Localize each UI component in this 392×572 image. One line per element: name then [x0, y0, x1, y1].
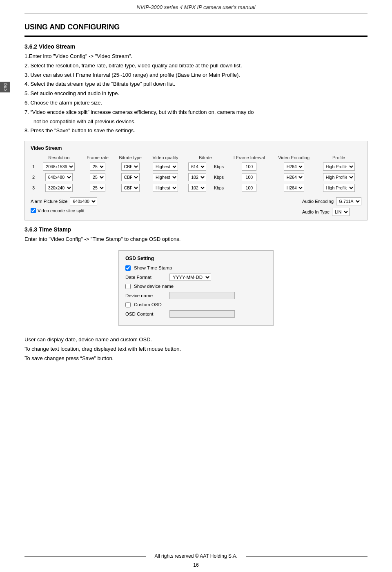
profile-select[interactable]: High Profile	[323, 173, 355, 181]
row-videoenc: H264	[272, 183, 316, 193]
slice-split-wrap: Video encode slice split	[31, 208, 97, 213]
vs-right: Audio Encoding G.711A Audio In Type LIN	[302, 197, 361, 216]
footer-area: All rights reserved © AAT Holding S.A. 1…	[0, 553, 392, 568]
page-number: 16	[24, 562, 368, 568]
bitrate-select[interactable]: 1024	[188, 173, 206, 181]
footer-line-left	[24, 556, 146, 556]
framerate-select[interactable]: 25	[90, 162, 105, 171]
audio-encoding-select[interactable]: G.711A	[336, 197, 361, 205]
vs-bottom-row: Alarm Picture Size 640x480 Video encode …	[31, 197, 361, 216]
table-row: 1 2048x1536 25 CBR Highest	[31, 161, 361, 172]
footer-text-3: To save changes press “Save” button.	[24, 354, 368, 363]
iframe-input[interactable]	[242, 184, 256, 192]
videoenc-select[interactable]: H264	[284, 184, 304, 192]
footer-text-1: User can display date, device name and c…	[24, 336, 368, 344]
col-bitrate: Bitrate	[184, 154, 227, 161]
step-5: 5. Set audio encoding and audio in type.	[24, 89, 368, 98]
resolution-select[interactable]: 2048x1536	[43, 162, 75, 171]
date-format-label: Date Format	[125, 275, 166, 280]
step-1: 1.Enter into "Video Config" -> "Video St…	[24, 52, 368, 61]
show-device-name-label: Show device name	[134, 284, 174, 289]
bitrate-select[interactable]: 6144	[188, 162, 206, 171]
footer-copyright: All rights reserved © AAT Holding S.A.	[154, 553, 237, 559]
row-framerate: 25	[82, 172, 114, 183]
col-profile: Profile	[316, 154, 361, 161]
osd-content-row: OSD Content	[125, 310, 267, 318]
row-iframe	[227, 183, 272, 193]
osd-setting-box: OSD Setting Show Time Stamp Date Format …	[118, 250, 274, 326]
row-bitrate-val: 1024	[184, 183, 211, 193]
device-name-input[interactable]: NOVUS IP CAMERA	[169, 292, 235, 299]
row-videoquality: Highest	[147, 183, 184, 193]
videoenc-select[interactable]: H264	[284, 162, 304, 171]
resolution-select[interactable]: 640x480	[45, 173, 73, 181]
row-iframe	[227, 172, 272, 183]
show-device-name-row: Show device name	[125, 284, 267, 289]
slice-split-label: Video encode slice split	[38, 208, 85, 213]
device-name-label: Device name	[125, 293, 166, 298]
footer-text-2: To change text location, drag displayed …	[24, 345, 368, 354]
col-videoquality: Video quality	[147, 154, 184, 161]
audio-in-type-field: Audio In Type LIN	[302, 208, 361, 216]
audio-encoding-field: Audio Encoding G.711A	[302, 197, 361, 205]
osd-content-label: OSD Content	[125, 312, 166, 316]
row-videoquality: Highest	[147, 172, 184, 183]
row-bitrate-val: 1024	[184, 172, 211, 183]
videoquality-select[interactable]: Highest	[153, 162, 178, 171]
row-videoenc: H264	[272, 161, 316, 172]
step-7-cont: not be compatible with all previous devi…	[33, 118, 368, 126]
date-format-select[interactable]: YYYY-MM-DD	[169, 274, 211, 281]
row-framerate: 25	[82, 183, 114, 193]
bitratetype-select[interactable]: CBR	[121, 184, 140, 192]
slice-split-checkbox[interactable]	[31, 208, 36, 213]
audio-in-type-select[interactable]: LIN	[332, 208, 350, 216]
custom-osd-label: Custom OSD	[134, 302, 162, 307]
lang-tab: eng	[0, 82, 10, 92]
bitratetype-select[interactable]: CBR	[121, 173, 140, 181]
alarm-picture-size-select[interactable]: 640x480	[70, 197, 97, 205]
framerate-select[interactable]: 25	[90, 173, 105, 181]
row-profile: High Profile	[316, 172, 361, 183]
row-resolution: 640x480	[36, 172, 82, 183]
row-resolution: 320x240	[36, 183, 82, 193]
framerate-select[interactable]: 25	[90, 184, 105, 192]
step-6: 6. Choose the alarm picture size.	[24, 99, 368, 107]
row-num: 1	[31, 161, 36, 172]
subsection-363-intro: Enter into "Video Config" -> "Time Stamp…	[24, 235, 368, 244]
bitrate-select[interactable]: 1024	[188, 184, 206, 192]
row-bitratetype: CBR	[114, 172, 147, 183]
resolution-select[interactable]: 320x240	[45, 184, 73, 192]
row-videoquality: Highest	[147, 161, 184, 172]
row-profile: High Profile	[316, 161, 361, 172]
row-profile: High Profile	[316, 183, 361, 193]
row-bitrate-unit: Kbps	[211, 161, 227, 172]
row-framerate: 25	[82, 161, 114, 172]
profile-select[interactable]: High Profile	[323, 184, 355, 192]
page-header: NVIP-3000 series 4 MPX IP camera user's …	[24, 0, 368, 14]
audio-in-type-label: Audio In Type	[302, 209, 330, 214]
videoquality-select[interactable]: Highest	[153, 184, 178, 192]
iframe-input[interactable]	[242, 162, 256, 171]
col-bitratetype: Bitrate type	[114, 154, 147, 161]
videoquality-select[interactable]: Highest	[153, 173, 178, 181]
show-device-name-checkbox[interactable]	[125, 284, 131, 289]
step-3: 3. User can also set I Frame Interval (2…	[24, 71, 368, 80]
videoenc-select[interactable]: H264	[284, 173, 304, 181]
show-time-stamp-checkbox[interactable]	[125, 265, 131, 271]
video-stream-box-title: Video Stream	[31, 145, 361, 151]
row-bitrate-val: 6144	[184, 161, 211, 172]
custom-osd-checkbox[interactable]	[125, 302, 131, 307]
row-iframe	[227, 161, 272, 172]
table-row: 3 320x240 25 CBR Highest	[31, 183, 361, 193]
profile-select[interactable]: High Profile	[323, 162, 355, 171]
audio-encoding-label: Audio Encoding	[302, 199, 334, 204]
iframe-input[interactable]	[242, 173, 256, 181]
custom-osd-row: Custom OSD	[125, 302, 267, 307]
subsection-362-title: 3.6.2 Video Stream	[24, 43, 368, 50]
video-stream-box: Video Stream Resolution Frame rate Bitra…	[24, 141, 368, 220]
video-stream-table: Resolution Frame rate Bitrate type Video…	[31, 154, 361, 193]
col-videoenc: Video Encoding	[272, 154, 316, 161]
bitratetype-select[interactable]: CBR	[121, 162, 140, 171]
step-7: 7. “Video encode slice split” increase c…	[24, 108, 368, 117]
osd-content-input[interactable]	[169, 310, 235, 318]
